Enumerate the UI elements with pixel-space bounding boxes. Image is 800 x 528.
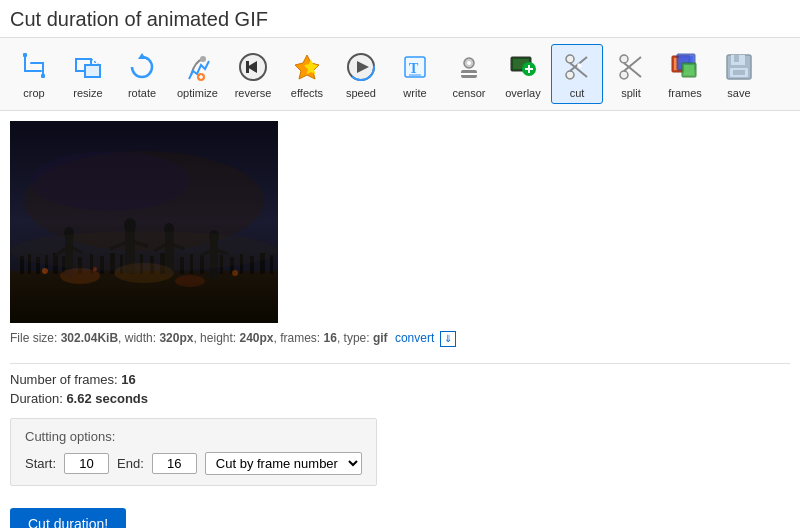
file-info-section: File size: 302.04KiB, width: 320px, heig… — [10, 331, 790, 353]
duration-stat: Duration: 6.62 seconds — [10, 391, 790, 406]
split-icon — [613, 49, 649, 85]
start-label: Start: — [25, 456, 56, 471]
cut-method-select[interactable]: Cut by frame number Cut by seconds Cut b… — [205, 452, 362, 475]
toolbar-item-split[interactable]: split — [605, 44, 657, 104]
toolbar-crop-label: crop — [23, 87, 44, 99]
svg-point-88 — [124, 218, 136, 232]
speed-icon — [343, 49, 379, 85]
svg-rect-2 — [30, 62, 44, 64]
cutting-options-box: Cutting options: Start: End: Cut by fram… — [10, 418, 377, 486]
svg-point-54 — [30, 151, 190, 211]
svg-rect-7 — [85, 65, 100, 77]
svg-point-33 — [566, 55, 574, 63]
svg-point-24 — [467, 61, 471, 65]
toolbar-item-write[interactable]: T write — [389, 44, 441, 104]
svg-point-32 — [566, 71, 574, 79]
reverse-icon — [235, 49, 271, 85]
toolbar-write-label: write — [403, 87, 426, 99]
toolbar-item-rotate[interactable]: rotate — [116, 44, 168, 104]
cutting-row: Start: End: Cut by frame number Cut by s… — [25, 452, 362, 475]
toolbar-rotate-label: rotate — [128, 87, 156, 99]
svg-rect-51 — [733, 70, 745, 75]
cutting-options-title: Cutting options: — [25, 429, 362, 444]
svg-point-105 — [10, 231, 278, 271]
toolbar-item-censor[interactable]: censor — [443, 44, 495, 104]
toolbar-effects-label: effects — [291, 87, 323, 99]
svg-line-36 — [578, 64, 581, 67]
gif-preview-inner — [10, 121, 278, 323]
toolbar-save-label: save — [727, 87, 750, 99]
divider — [10, 363, 790, 364]
frames-label: Number of frames: — [10, 372, 121, 387]
convert-link[interactable]: convert — [395, 331, 434, 345]
svg-rect-1 — [24, 70, 42, 72]
toolbar-item-cut[interactable]: cut — [551, 44, 603, 104]
svg-rect-49 — [734, 55, 739, 62]
toolbar-item-overlay[interactable]: overlay — [497, 44, 549, 104]
svg-marker-9 — [138, 53, 146, 59]
cut-button-container: Cut duration! — [10, 508, 790, 528]
svg-point-102 — [42, 268, 48, 274]
toolbar: crop resize rotate — [0, 38, 800, 111]
frames-stat: Number of frames: 16 — [10, 372, 790, 387]
svg-rect-4 — [23, 53, 27, 57]
toolbar-item-reverse[interactable]: reverse — [227, 44, 279, 104]
crop-icon — [16, 49, 52, 85]
cut-icon — [559, 49, 595, 85]
end-label: End: — [117, 456, 144, 471]
file-info-label: File size: — [10, 331, 61, 345]
frames-value: 16 — [121, 372, 135, 387]
effects-icon — [289, 49, 325, 85]
rotate-icon — [124, 49, 160, 85]
svg-point-10 — [200, 56, 206, 62]
toolbar-resize-label: resize — [73, 87, 102, 99]
page-title: Cut duration of animated GIF — [10, 8, 790, 31]
optimize-icon — [179, 49, 215, 85]
toolbar-overlay-label: overlay — [505, 87, 540, 99]
end-input[interactable] — [152, 453, 197, 474]
svg-rect-3 — [42, 62, 44, 76]
toolbar-cut-label: cut — [570, 87, 585, 99]
svg-point-37 — [620, 71, 628, 79]
resize-icon — [70, 49, 106, 85]
overlay-icon — [505, 49, 541, 85]
toolbar-speed-label: speed — [346, 87, 376, 99]
toolbar-item-frames[interactable]: frames — [659, 44, 711, 104]
toolbar-frames-label: frames — [668, 87, 702, 99]
convert-icon[interactable]: ⇓ — [440, 331, 456, 347]
svg-rect-82 — [270, 255, 273, 274]
toolbar-item-crop[interactable]: crop — [8, 44, 60, 104]
svg-rect-5 — [41, 74, 45, 78]
toolbar-split-label: split — [621, 87, 641, 99]
gif-preview — [10, 121, 278, 323]
toolbar-reverse-label: reverse — [235, 87, 272, 99]
page-header: Cut duration of animated GIF — [0, 0, 800, 38]
censor-icon — [451, 49, 487, 85]
main-content: File size: 302.04KiB, width: 320px, heig… — [0, 111, 800, 528]
toolbar-item-resize[interactable]: resize — [62, 44, 114, 104]
svg-rect-46 — [684, 65, 694, 75]
duration-label: Duration: — [10, 391, 66, 406]
toolbar-item-optimize[interactable]: optimize — [170, 44, 225, 104]
svg-point-104 — [232, 270, 238, 276]
toolbar-item-effects[interactable]: effects — [281, 44, 333, 104]
save-icon — [721, 49, 757, 85]
start-input[interactable] — [64, 453, 109, 474]
toolbar-censor-label: censor — [452, 87, 485, 99]
duration-value: 6.62 seconds — [66, 391, 148, 406]
file-info-dimensions: , width: 320px, height: 240px, frames: 1… — [118, 331, 388, 345]
file-size: 302.04KiB — [61, 331, 118, 345]
toolbar-optimize-label: optimize — [177, 87, 218, 99]
toolbar-item-save[interactable]: save — [713, 44, 765, 104]
frames-icon — [667, 49, 703, 85]
svg-point-100 — [175, 275, 205, 287]
svg-rect-16 — [246, 61, 249, 73]
svg-text:T: T — [409, 61, 419, 76]
stats-section: Number of frames: 16 Duration: 6.62 seco… — [10, 372, 790, 406]
cut-duration-button[interactable]: Cut duration! — [10, 508, 126, 528]
write-icon: T — [397, 49, 433, 85]
svg-point-38 — [620, 55, 628, 63]
toolbar-item-speed[interactable]: speed — [335, 44, 387, 104]
